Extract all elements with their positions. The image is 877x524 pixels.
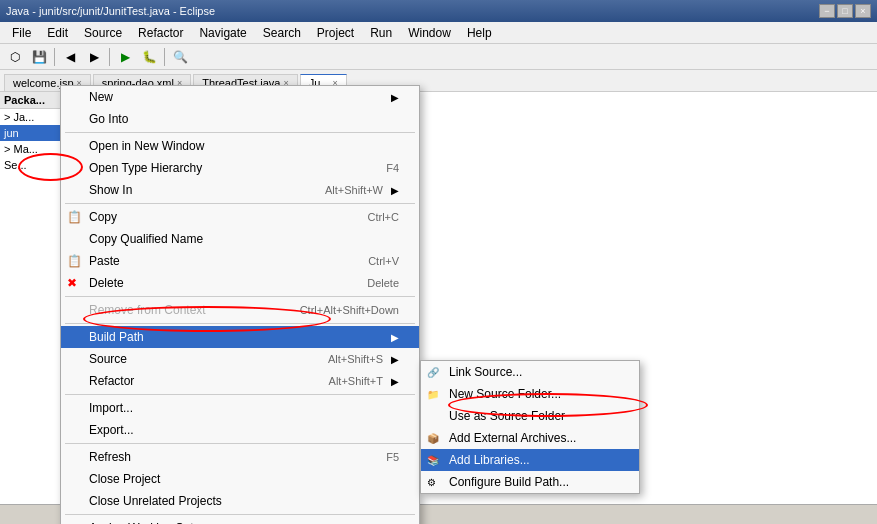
window-controls: − □ × xyxy=(819,4,871,18)
menu-file[interactable]: File xyxy=(4,24,39,42)
menu-window[interactable]: Window xyxy=(400,24,459,42)
submenu-add-external[interactable]: 📦 Add External Archives... xyxy=(421,427,639,449)
ctx-sep-3 xyxy=(65,296,415,297)
menu-navigate[interactable]: Navigate xyxy=(191,24,254,42)
toolbar-new[interactable]: ⬡ xyxy=(4,46,26,68)
submenu-use-as-source[interactable]: Use as Source Folder xyxy=(421,405,639,427)
ctx-show-in[interactable]: Show In Alt+Shift+W ▶ xyxy=(61,179,419,201)
submenu-configure-icon: ⚙ xyxy=(427,477,436,488)
minimize-button[interactable]: − xyxy=(819,4,835,18)
tree-java-label: > Ja... xyxy=(4,111,34,123)
ctx-refactor[interactable]: Refactor Alt+Shift+T ▶ xyxy=(61,370,419,392)
ctx-build-path[interactable]: Build Path ▶ xyxy=(61,326,419,348)
maximize-button[interactable]: □ xyxy=(837,4,853,18)
menu-edit[interactable]: Edit xyxy=(39,24,76,42)
ctx-open-type-hierarchy-shortcut: F4 xyxy=(386,162,399,174)
submenu-configure-build-path[interactable]: ⚙ Configure Build Path... xyxy=(421,471,639,493)
ctx-export-label: Export... xyxy=(89,423,134,437)
ctx-assign-working-sets[interactable]: Assign Working Sets... xyxy=(61,517,419,524)
ctx-copy-icon: 📋 xyxy=(67,210,82,224)
ctx-open-new-window-label: Open in New Window xyxy=(89,139,204,153)
submenu-use-as-source-label: Use as Source Folder xyxy=(449,409,565,423)
toolbar-save[interactable]: 💾 xyxy=(28,46,50,68)
toolbar-separator-3 xyxy=(164,48,165,66)
submenu-link-source[interactable]: 🔗 Link Source... xyxy=(421,361,639,383)
ctx-remove-context-label: Remove from Context xyxy=(89,303,206,317)
ctx-sep-4 xyxy=(65,323,415,324)
menu-run[interactable]: Run xyxy=(362,24,400,42)
ctx-sep-1 xyxy=(65,132,415,133)
ctx-copy[interactable]: 📋 Copy Ctrl+C xyxy=(61,206,419,228)
submenu-add-external-icon: 📦 xyxy=(427,433,439,444)
ctx-go-into-label: Go Into xyxy=(89,112,128,126)
ctx-sep-5 xyxy=(65,394,415,395)
ctx-sep-2 xyxy=(65,203,415,204)
ctx-delete-icon: ✖ xyxy=(67,276,77,290)
ctx-export[interactable]: Export... xyxy=(61,419,419,441)
ctx-refresh-label: Refresh xyxy=(89,450,131,464)
title-bar: Java - junit/src/junit/JunitTest.java - … xyxy=(0,0,877,22)
ctx-refactor-arrow: ▶ xyxy=(391,376,399,387)
ctx-close-project[interactable]: Close Project xyxy=(61,468,419,490)
ctx-new-arrow: ▶ xyxy=(391,92,399,103)
ctx-copy-qualified[interactable]: Copy Qualified Name xyxy=(61,228,419,250)
submenu-add-libraries-icon: 📚 xyxy=(427,455,439,466)
ctx-refactor-label: Refactor xyxy=(89,374,134,388)
toolbar-separator-2 xyxy=(109,48,110,66)
ctx-source[interactable]: Source Alt+Shift+S ▶ xyxy=(61,348,419,370)
ctx-paste-icon: 📋 xyxy=(67,254,82,268)
toolbar-forward[interactable]: ▶ xyxy=(83,46,105,68)
ctx-copy-label: Copy xyxy=(89,210,117,224)
ctx-import[interactable]: Import... xyxy=(61,397,419,419)
ctx-close-unrelated-label: Close Unrelated Projects xyxy=(89,494,222,508)
toolbar-debug[interactable]: 🐛 xyxy=(138,46,160,68)
menu-search[interactable]: Search xyxy=(255,24,309,42)
toolbar-back[interactable]: ◀ xyxy=(59,46,81,68)
submenu-add-libraries-label: Add Libraries... xyxy=(449,453,530,467)
ctx-new-label: New xyxy=(89,90,113,104)
ctx-remove-context-shortcut: Ctrl+Alt+Shift+Down xyxy=(300,304,399,316)
submenu-add-libraries[interactable]: 📚 Add Libraries... xyxy=(421,449,639,471)
ctx-open-type-hierarchy[interactable]: Open Type Hierarchy F4 xyxy=(61,157,419,179)
ctx-paste-label: Paste xyxy=(89,254,120,268)
tree-se-label: Se... xyxy=(4,159,27,171)
ctx-new[interactable]: New ▶ xyxy=(61,86,419,108)
title-text: Java - junit/src/junit/JunitTest.java - … xyxy=(6,5,819,17)
context-menu: New ▶ Go Into Open in New Window Open Ty… xyxy=(60,85,420,524)
ctx-sep-6 xyxy=(65,443,415,444)
ctx-copy-qualified-label: Copy Qualified Name xyxy=(89,232,203,246)
toolbar-run[interactable]: ▶ xyxy=(114,46,136,68)
ctx-sep-7 xyxy=(65,514,415,515)
menu-refactor[interactable]: Refactor xyxy=(130,24,191,42)
submenu-link-source-label: Link Source... xyxy=(449,365,522,379)
build-path-submenu: 🔗 Link Source... 📁 New Source Folder... … xyxy=(420,360,640,494)
ctx-open-new-window[interactable]: Open in New Window xyxy=(61,135,419,157)
ctx-remove-context: Remove from Context Ctrl+Alt+Shift+Down xyxy=(61,299,419,321)
ctx-close-unrelated[interactable]: Close Unrelated Projects xyxy=(61,490,419,512)
menu-bar: File Edit Source Refactor Navigate Searc… xyxy=(0,22,877,44)
ctx-source-shortcut: Alt+Shift+S xyxy=(328,353,383,365)
ctx-source-label: Source xyxy=(89,352,127,366)
ctx-paste[interactable]: 📋 Paste Ctrl+V xyxy=(61,250,419,272)
toolbar: ⬡ 💾 ◀ ▶ ▶ 🐛 🔍 xyxy=(0,44,877,70)
ctx-close-project-label: Close Project xyxy=(89,472,160,486)
submenu-add-external-label: Add External Archives... xyxy=(449,431,576,445)
ctx-delete[interactable]: ✖ Delete Delete xyxy=(61,272,419,294)
ctx-refresh-shortcut: F5 xyxy=(386,451,399,463)
toolbar-search[interactable]: 🔍 xyxy=(169,46,191,68)
ctx-paste-shortcut: Ctrl+V xyxy=(368,255,399,267)
ctx-import-label: Import... xyxy=(89,401,133,415)
tree-junit-label: jun xyxy=(4,127,19,139)
ctx-refresh[interactable]: Refresh F5 xyxy=(61,446,419,468)
menu-help[interactable]: Help xyxy=(459,24,500,42)
ctx-open-type-hierarchy-label: Open Type Hierarchy xyxy=(89,161,202,175)
menu-source[interactable]: Source xyxy=(76,24,130,42)
tree-maven-label: > Ma... xyxy=(4,143,38,155)
submenu-new-source-folder-label: New Source Folder... xyxy=(449,387,561,401)
submenu-new-source-folder[interactable]: 📁 New Source Folder... xyxy=(421,383,639,405)
ctx-go-into[interactable]: Go Into xyxy=(61,108,419,130)
menu-project[interactable]: Project xyxy=(309,24,362,42)
close-button[interactable]: × xyxy=(855,4,871,18)
submenu-configure-label: Configure Build Path... xyxy=(449,475,569,489)
submenu-new-source-folder-icon: 📁 xyxy=(427,389,439,400)
